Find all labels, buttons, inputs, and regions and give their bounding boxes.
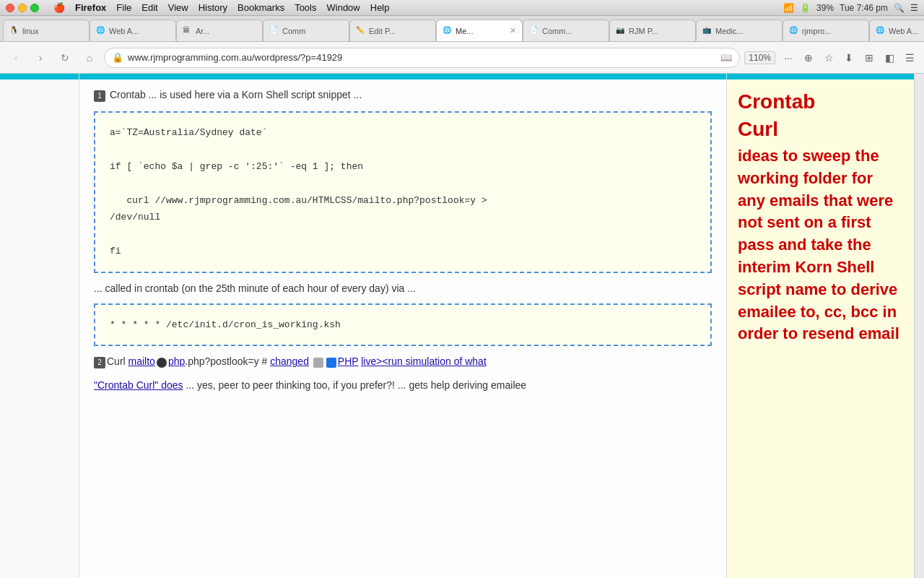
tabs-bar: 🐧 linux 🌐 Web A... 🏛 Ar... 📄 Comm ✏️ Edi… [0,16,924,42]
bottom-paragraph: 2Curl mailtophp.php?postlook=y # changed… [94,353,712,369]
tab-favicon-comm1: 📄 [269,26,279,36]
code-block-1[interactable]: a=`TZ=Australia/Sydney date` if [ `echo … [94,111,712,272]
tab-favicon-ar: 🏛 [183,26,193,36]
tab-label-linux: linux [22,27,39,35]
mailto-link[interactable]: mailto [128,355,155,367]
crontab-curl-link[interactable]: "Crontab Curl" does [94,379,183,391]
tab-label-rjmpro: rjmpro... [802,27,831,35]
changed-link[interactable]: changed [270,355,309,367]
titlebar: 🍎 Firefox File Edit View History Bookmar… [0,0,924,16]
titlebar-right: 📶 🔋 39% Tue 7:46 pm 🔍 ☰ [462,3,918,13]
titlebar-left: 🍎 Firefox File Edit View History Bookmar… [6,2,462,13]
synced-tabs-button[interactable]: ⊞ [860,49,878,66]
right-sidebar: Crontab Curl ideas to sweep the working … [726,74,914,578]
download-button[interactable]: ⬇ [840,49,858,66]
tab-label-media: Medic... [715,27,744,35]
tab-favicon-weba2: 🌐 [876,26,886,36]
menu-view[interactable]: View [168,2,188,13]
bottom-text-extra: ... yes, peer to peer thinking too, if y… [186,379,406,391]
wifi-icon: 📶 [783,3,794,13]
bottom-text-postlook: .php?postlook=y # [185,355,270,367]
more-options-button[interactable]: ··· [780,49,797,66]
tab-weba2[interactable]: 🌐 Web A... [869,20,924,41]
bookmark-button[interactable]: ☆ [820,49,837,66]
tab-me-active[interactable]: 🌐 Me... ✕ [436,20,523,41]
tab-close-button[interactable]: ✕ [510,26,516,35]
section-number-1: 1 [94,90,105,102]
open-menu-button[interactable]: ☰ [901,49,918,66]
reload-button[interactable]: ↻ [55,48,75,68]
tab-editp[interactable]: ✏️ Edit P... [349,20,436,41]
menu-edit[interactable]: Edit [141,2,157,13]
tab-label-weba: Web A... [109,27,139,35]
tab-label-editp: Edit P... [369,27,396,35]
forward-button[interactable]: › [30,48,51,68]
live-run-link[interactable]: live><run simulation of what [361,355,487,367]
tab-label-comm1: Comm [282,27,305,35]
intro-paragraph: 1 Crontab ... is used here via a Korn Sh… [94,87,712,103]
tab-favicon-comm2: 📄 [529,26,539,36]
battery-icon: 🔋 [800,3,811,13]
section-number-2: 2 [94,357,105,368]
pocket-button[interactable]: ⊕ [800,49,817,66]
sidebar-heading-crontab: Crontab [738,90,903,113]
menu-apple[interactable]: 🍎 [53,2,65,13]
article-body: 1 Crontab ... is used here via a Korn Sh… [79,79,726,407]
tab-label-rjm: RJM P... [629,27,658,35]
tab-rjm[interactable]: 📷 RJM P... [609,20,696,41]
menu-history[interactable]: History [199,2,227,13]
tab-rjmpro[interactable]: 🌐 rjmpro... [783,20,869,41]
minimize-button[interactable] [18,4,27,12]
back-button[interactable]: ‹ [6,48,26,68]
menu-firefox[interactable]: Firefox [75,2,106,13]
php-link2[interactable]: PHP [338,355,359,367]
inline-blue-icon [326,358,336,368]
sidebar-body-text: ideas to sweep the working folder for an… [738,145,903,345]
address-bar[interactable]: 🔒 www.rjmprogramming.com.au/wordpress/?p… [104,48,740,68]
tab-favicon-linux: 🐧 [9,26,19,36]
tab-comm2[interactable]: 📄 Comm... [523,20,609,41]
menu-window[interactable]: Window [327,2,360,13]
bottom-text-emailee: gets help deriving emailee [409,379,526,391]
sidebar-toggle-button[interactable]: ◧ [881,49,898,66]
menu-icon[interactable]: ☰ [910,3,918,13]
tab-label-comm2: Comm... [542,27,572,35]
menu-file[interactable]: File [116,2,131,13]
tab-favicon-editp: ✏️ [356,26,366,36]
menu-help[interactable]: Help [370,2,390,13]
between-text: ... called in crontab (on the 25th minut… [94,280,712,296]
tab-favicon-media: 📺 [702,26,712,36]
tab-ar[interactable]: 🏛 Ar... [176,20,263,41]
home-button[interactable]: ⌂ [79,48,100,68]
tab-label-ar: Ar... [196,27,210,35]
clock: Tue 7:46 pm [840,3,888,13]
content-area: 1 Crontab ... is used here via a Korn Sh… [0,74,924,578]
right-sidebar-cyan-bar [727,74,914,79]
intro-text: Crontab ... is used here via a Korn Shel… [110,89,362,100]
tab-label-me: Me... [456,27,473,35]
tab-label-weba2: Web A... [889,27,918,35]
toolbar-icons: ··· ⊕ ☆ ⬇ ⊞ ◧ ☰ [780,49,918,66]
bottom-text-curl: Curl [107,355,128,367]
menu-bookmarks[interactable]: Bookmarks [237,2,284,13]
close-button[interactable] [6,4,14,12]
php-link[interactable]: php [168,355,185,367]
menu-tools[interactable]: Tools [295,2,316,13]
main-content[interactable]: 1 Crontab ... is used here via a Korn Sh… [79,74,726,578]
tab-weba[interactable]: 🌐 Web A... [90,20,176,41]
tab-media[interactable]: 📺 Medic... [696,20,783,41]
zoom-level: 110% [744,51,775,64]
tab-favicon-rjm: 📷 [616,26,626,36]
sidebar-heading-curl: Curl [738,118,903,141]
tab-linux[interactable]: 🐧 linux [3,20,90,41]
tab-comm1[interactable]: 📄 Comm [263,20,349,41]
far-right-scrollbar [914,74,924,578]
tab-favicon-weba: 🌐 [96,26,106,36]
inline-gray-icon [313,358,323,368]
code-block-2[interactable]: * * * * * /etc/init.d/cron_is_working.ks… [94,303,712,346]
maximize-button[interactable] [30,4,39,12]
traffic-lights [6,4,39,12]
reader-mode-icon[interactable]: 📖 [720,52,732,63]
tab-favicon-rjmpro: 🌐 [789,26,799,36]
search-icon[interactable]: 🔍 [894,3,905,13]
